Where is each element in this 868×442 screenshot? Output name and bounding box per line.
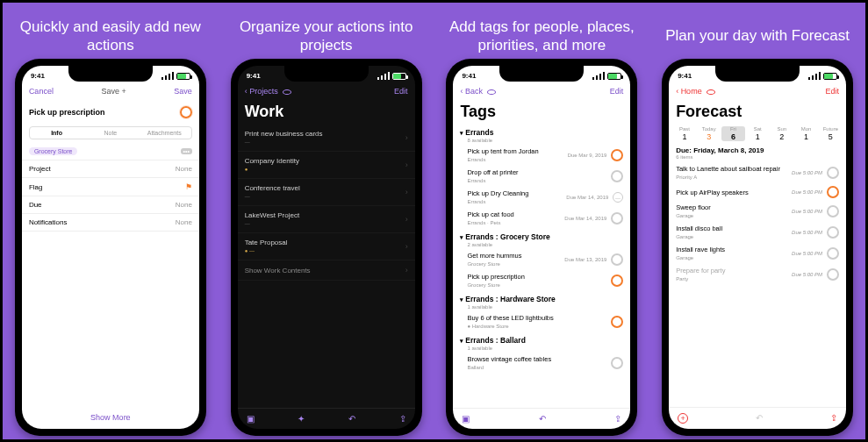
section-header[interactable]: Errands : Grocery Store bbox=[453, 229, 630, 242]
task-row[interactable]: Talk to Lanette about sailboat repairPri… bbox=[669, 162, 846, 183]
status-circle-icon[interactable] bbox=[611, 170, 623, 182]
phone-frame: 9:41 ‹ Home Edit Forecast Past1 Today3 F… bbox=[662, 59, 853, 436]
task-row[interactable]: Pick up cat foodErrands · PetsDue Mar 14… bbox=[453, 208, 630, 229]
due-value[interactable]: None bbox=[176, 201, 192, 209]
list-item[interactable]: Show Work Contents› bbox=[238, 260, 415, 281]
task-row[interactable]: Pick up AirPlay speakersDue 5:00 PM bbox=[669, 183, 846, 201]
seg-info[interactable]: Info bbox=[30, 127, 83, 139]
task-title[interactable]: Pick up prescription bbox=[29, 108, 105, 117]
status-circle-icon[interactable] bbox=[611, 212, 623, 225]
list-item[interactable]: Print new business cards—› bbox=[238, 125, 415, 152]
share-icon[interactable]: ⇪ bbox=[830, 413, 837, 424]
status-circle-icon[interactable] bbox=[611, 149, 623, 161]
task-row[interactable]: Pick up prescriptionGrocery Store bbox=[453, 270, 630, 291]
task-row[interactable]: Pick up Dry CleaningErrandsDue Mar 14, 2… bbox=[453, 187, 630, 208]
caption: Quickly and easily add new actions bbox=[8, 13, 213, 59]
list-item[interactable]: Company Identity●› bbox=[238, 152, 415, 179]
task-row[interactable]: Pick up tent from JordanErrandsDue Mar 9… bbox=[453, 145, 630, 166]
task-row[interactable]: Prepare for partyPartyDue 5:00 PM bbox=[669, 264, 846, 285]
signal-icon bbox=[377, 72, 390, 80]
seg-note[interactable]: Note bbox=[83, 127, 137, 139]
edit-button[interactable]: Edit bbox=[826, 87, 840, 96]
back-button[interactable]: ‹ Home bbox=[676, 87, 715, 96]
status-circle-icon[interactable] bbox=[827, 226, 839, 239]
task-row[interactable]: Sweep floorGarageDue 5:00 PM bbox=[669, 201, 846, 222]
task-row[interactable]: Install rave lightsGarageDue 5:00 PM bbox=[669, 243, 846, 264]
edit-button[interactable]: Edit bbox=[610, 87, 624, 96]
task-row[interactable]: Install disco ballGarageDue 5:00 PM bbox=[669, 222, 846, 243]
section-header[interactable]: Errands : Hardware Store bbox=[453, 291, 630, 304]
page-title: Work bbox=[238, 99, 415, 125]
cal-day[interactable]: Past1 bbox=[672, 126, 697, 141]
save-button[interactable]: Save bbox=[174, 87, 192, 96]
section-sub: 1 available bbox=[453, 346, 630, 353]
caption: Plan your day with Forecast bbox=[660, 13, 855, 59]
status-circle-icon[interactable] bbox=[180, 106, 192, 118]
task-row[interactable]: Buy 6 of these LED lightbulbs● Hardware … bbox=[453, 311, 630, 332]
project-value[interactable]: None bbox=[176, 165, 192, 173]
cal-day[interactable]: Future5 bbox=[818, 126, 843, 141]
nav-bar: Cancel Save + Save bbox=[22, 83, 199, 99]
show-more-button[interactable]: Show More bbox=[22, 406, 199, 429]
folder-icon[interactable]: ▣ bbox=[247, 414, 255, 424]
chevron-right-icon: › bbox=[405, 266, 408, 274]
cal-day[interactable]: Sat1 bbox=[745, 126, 770, 141]
undo-icon[interactable]: ↶ bbox=[539, 414, 546, 424]
status-circle-icon[interactable] bbox=[827, 167, 839, 179]
status-time: 9:41 bbox=[31, 72, 45, 80]
cal-day[interactable]: Sun2 bbox=[770, 126, 794, 141]
task-row[interactable]: Browse vintage coffee tablesBallard bbox=[453, 353, 630, 374]
screen: 9:41 ‹ Home Edit Forecast Past1 Today3 F… bbox=[669, 66, 846, 429]
battery-icon bbox=[607, 73, 621, 80]
back-button[interactable]: ‹ Back bbox=[460, 87, 496, 96]
add-icon[interactable] bbox=[678, 413, 688, 424]
status-circle-icon[interactable] bbox=[611, 316, 623, 328]
notch bbox=[284, 66, 369, 82]
cal-day[interactable]: Mon1 bbox=[794, 126, 819, 141]
save-plus-button[interactable]: Save + bbox=[101, 87, 126, 96]
toolbar: ↶ ⇪ bbox=[669, 407, 846, 429]
status-circle-icon[interactable] bbox=[827, 247, 839, 260]
folder-icon[interactable]: ▣ bbox=[462, 414, 470, 424]
notch bbox=[68, 66, 153, 82]
edit-button[interactable]: Edit bbox=[394, 87, 408, 96]
chevron-right-icon: › bbox=[405, 242, 408, 251]
status-circle-icon[interactable] bbox=[827, 268, 839, 281]
section-sub: 8 available bbox=[453, 138, 630, 145]
cancel-button[interactable]: Cancel bbox=[29, 87, 54, 96]
list-item[interactable]: Conference travel—› bbox=[238, 179, 415, 206]
section-header[interactable]: Errands bbox=[453, 125, 630, 138]
nav-bar: ‹ Back Edit bbox=[453, 83, 630, 99]
list-item[interactable]: LakeWest Project—› bbox=[238, 206, 415, 233]
status-circle-icon[interactable] bbox=[611, 357, 623, 369]
segment-control[interactable]: Info Note Attachments bbox=[29, 126, 192, 139]
status-circle-icon[interactable] bbox=[611, 253, 623, 266]
undo-icon[interactable]: ↶ bbox=[756, 413, 763, 424]
status-circle-icon[interactable] bbox=[611, 274, 623, 287]
task-row[interactable]: Drop off at printerErrands bbox=[453, 166, 630, 187]
seg-attachments[interactable]: Attachments bbox=[138, 127, 191, 139]
notifications-value[interactable]: None bbox=[176, 218, 192, 226]
cal-day[interactable]: Today3 bbox=[697, 126, 721, 141]
battery-icon bbox=[176, 73, 190, 80]
calendar-strip[interactable]: Past1 Today3 Fri6 Sat1 Sun2 Mon1 Future5 bbox=[669, 125, 846, 143]
undo-icon[interactable]: ↶ bbox=[348, 414, 355, 424]
project-list: Print new business cards—› Company Ident… bbox=[238, 125, 415, 408]
share-icon[interactable]: ⇪ bbox=[399, 414, 406, 424]
eye-icon bbox=[283, 89, 291, 95]
flag-icon[interactable]: ⚑ bbox=[185, 182, 192, 191]
more-icon[interactable]: ••• bbox=[181, 148, 192, 154]
back-button[interactable]: ‹ Projects bbox=[245, 87, 292, 96]
status-circle-icon[interactable] bbox=[827, 186, 839, 198]
task-row[interactable]: Get more hummusGrocery StoreDue Mar 13, … bbox=[453, 249, 630, 270]
promo-panel-1: Quickly and easily add new actions 9:41 … bbox=[3, 3, 219, 439]
more-icon[interactable]: ⋯ bbox=[613, 192, 623, 203]
list-item[interactable]: Tate Proposal● —› bbox=[238, 233, 415, 260]
cal-day-selected[interactable]: Fri6 bbox=[721, 126, 746, 141]
status-circle-icon[interactable] bbox=[827, 205, 839, 217]
add-icon[interactable]: ✦ bbox=[298, 414, 305, 424]
section-header[interactable]: Errands : Ballard bbox=[453, 332, 630, 346]
share-icon[interactable]: ⇪ bbox=[614, 414, 621, 424]
tag-chip[interactable]: Grocery Store bbox=[29, 147, 78, 155]
chevron-right-icon: › bbox=[405, 188, 408, 196]
